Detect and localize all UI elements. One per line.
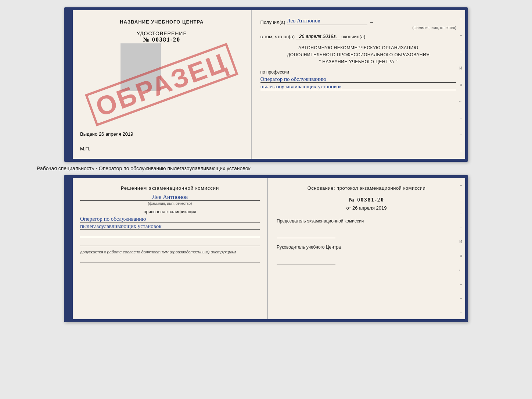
dopusk-italic: работе согласно должностным (производств… xyxy=(107,250,236,254)
protocol-date-value: 26 апреля 2019 xyxy=(352,205,387,211)
issued-prefix: Выдано xyxy=(80,131,97,137)
director-block: Руководитель учебного Центра xyxy=(277,244,456,264)
bottom-right-page: Основание: протокол экзаменационной коми… xyxy=(268,178,465,319)
training-center-title: НАЗВАНИЕ УЧЕБНОГО ЦЕНТРА xyxy=(80,19,244,25)
bottom-left-page: Решением экзаменационной комиссии Лев Ан… xyxy=(73,178,268,319)
cert-number: № 00381-20 xyxy=(80,36,244,43)
director-sig-line xyxy=(277,258,335,264)
director-label: Руководитель учебного Центра xyxy=(277,244,456,250)
komissia-title: Решением экзаменационной комиссии xyxy=(80,185,260,191)
dopusk-prefix: допускается к xyxy=(80,250,106,254)
assigned-label: присвоена квалификация xyxy=(80,209,260,214)
in-that-prefix: в том, что он(а) xyxy=(260,34,295,39)
dash: – xyxy=(369,19,373,25)
chairman-block: Председатель экзаменационной комиссии xyxy=(277,218,456,238)
protocol-date-block: от 26 апреля 2019 xyxy=(277,205,456,211)
protocol-date-prefix: от xyxy=(346,205,351,211)
received-line: Получил(а) Лев Антпонов – xyxy=(260,18,456,25)
blank-line-3 xyxy=(80,256,260,263)
completed-suffix: окончил(а) xyxy=(341,34,365,39)
profession-label: по профессии xyxy=(260,70,456,75)
profession-value2: пылегазоулавливающих установок xyxy=(260,83,456,90)
bottom-certificate-book: Решением экзаменационной комиссии Лев Ан… xyxy=(64,175,468,322)
fio-sublabel-top: (фамилия, имя, отчество) xyxy=(290,26,456,30)
subtitle: Рабочая специальность - Оператор по обсл… xyxy=(37,165,251,171)
chairman-label: Председатель экзаменационной комиссии xyxy=(277,218,456,224)
org-block: АВТОНОМНУЮ НЕКОММЕРЧЕСКУЮ ОРГАНИЗАЦИЮ ДО… xyxy=(260,44,456,66)
profession-block: по профессии Оператор по обслуживанию пы… xyxy=(260,70,456,90)
side-marks-bottom: – – – – И а ← – – – xyxy=(458,178,462,319)
cert-number-block: УДОСТОВЕРЕНИЕ № 00381-20 xyxy=(80,31,244,43)
kvalif-value2: пылегазоулавливающих установок xyxy=(80,223,260,230)
bottom-fio-sublabel: (фамилия, имя, отчество) xyxy=(80,202,260,206)
top-certificate-book: НАЗВАНИЕ УЧЕБНОГО ЦЕНТРА УДОСТОВЕРЕНИЕ №… xyxy=(64,7,468,162)
photo-placeholder xyxy=(121,43,161,91)
protocol-number-value: № 00381-20 xyxy=(349,197,384,203)
org-line2: ДОПОЛНИТЕЛЬНОГО ПРОФЕССИОНАЛЬНОГО ОБРАЗО… xyxy=(287,52,429,57)
side-marks-top: – – – И а ← – – – xyxy=(458,10,462,159)
top-spine xyxy=(67,10,73,159)
org-line1: АВТОНОМНУЮ НЕКОММЕРЧЕСКУЮ ОРГАНИЗАЦИЮ xyxy=(298,45,418,50)
osnov-label: Основание: протокол экзаменационной коми… xyxy=(277,185,456,191)
profession-value1: Оператор по обслуживанию xyxy=(260,76,456,83)
blank-line-1 xyxy=(80,230,260,237)
kvalif-value1: Оператор по обслуживанию xyxy=(80,216,260,222)
completion-date: 26 апреля 2019г. xyxy=(296,33,340,39)
issued-date-block: Выдано 26 апреля 2019 xyxy=(80,131,133,137)
obrazec-stamp: ОБРАЗЕЦ xyxy=(85,43,238,126)
recipient-name: Лев Антпонов xyxy=(287,18,367,25)
chairman-sig-line xyxy=(277,232,335,238)
issued-date-value: 26 апреля 2019 xyxy=(99,131,133,137)
blank-line-2 xyxy=(80,239,260,246)
bottom-spine xyxy=(67,178,73,319)
document-wrapper: НАЗВАНИЕ УЧЕБНОГО ЦЕНТРА УДОСТОВЕРЕНИЕ №… xyxy=(7,7,525,322)
org-line3: " НАЗВАНИЕ УЧЕБНОГО ЦЕНТРА " xyxy=(319,59,398,64)
mp-label: М.П. xyxy=(80,146,90,152)
received-prefix: Получил(а) xyxy=(260,19,285,25)
top-right-page: Получил(а) Лев Антпонов – (фамилия, имя,… xyxy=(252,10,465,159)
cert-label: УДОСТОВЕРЕНИЕ xyxy=(80,31,244,36)
bottom-fio: Лев Антпонов xyxy=(80,194,260,201)
dopusk-block: допускается к работе согласно должностны… xyxy=(80,250,260,254)
protocol-number: № 00381-20 xyxy=(277,197,456,203)
completion-line: в том, что он(а) 26 апреля 2019г. окончи… xyxy=(260,33,456,39)
top-left-page: НАЗВАНИЕ УЧЕБНОГО ЦЕНТРА УДОСТОВЕРЕНИЕ №… xyxy=(73,10,252,159)
